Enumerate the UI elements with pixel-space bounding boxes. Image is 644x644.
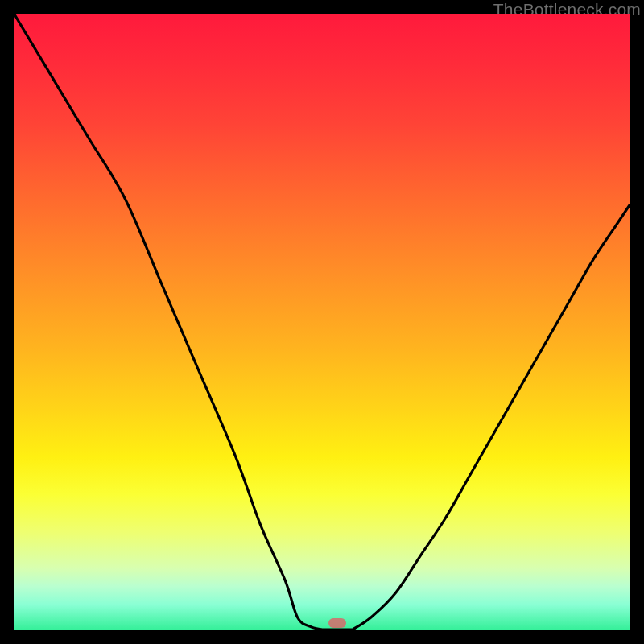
plot-area — [14, 14, 630, 630]
bottleneck-curve — [14, 14, 630, 630]
optimum-marker — [328, 618, 346, 628]
chart-frame: TheBottleneck.com — [0, 0, 644, 644]
curve-path — [14, 14, 630, 630]
